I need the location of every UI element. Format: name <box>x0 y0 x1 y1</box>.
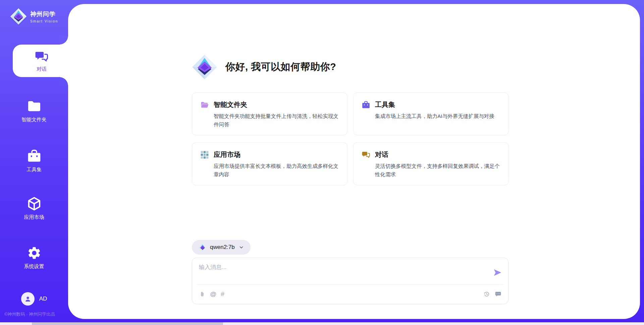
cube-icon <box>27 196 42 211</box>
folder-open-icon <box>200 101 209 109</box>
model-selector[interactable]: qwen2:7b <box>192 240 251 255</box>
chat-bubbles-icon <box>35 50 49 64</box>
mention-icon[interactable]: @ <box>210 291 216 298</box>
card-header: 应用市场 <box>200 150 339 159</box>
brand-subtitle: Smart Vision <box>30 19 58 23</box>
message-input[interactable] <box>199 263 493 281</box>
card-description: 应用市场提供丰富长文本模板，助力高效生成多样化文章内容 <box>214 162 339 179</box>
greeting-heading: 你好, 我可以如何帮助你? <box>225 60 336 74</box>
message-composer: @ # <box>192 258 508 304</box>
history-icon[interactable] <box>483 291 490 298</box>
sidebar-item-smart-folder[interactable]: 智能文件夹 <box>0 99 68 123</box>
card-description: 智能文件夹功能支持批量文件上传与清洗，轻松实现文件问答 <box>214 112 339 129</box>
card-header: 智能文件夹 <box>200 100 339 109</box>
diamond-logo-icon <box>199 243 207 251</box>
brand: 神州问学 Smart Vision <box>10 8 58 25</box>
brand-text: 神州问学 Smart Vision <box>30 10 58 23</box>
sidebar-item-label: 应用市场 <box>24 214 44 220</box>
toolbox-icon <box>27 149 42 164</box>
input-row <box>192 258 508 284</box>
grid-cube-icon <box>200 150 209 159</box>
card-toolset[interactable]: 工具集 集成市场上主流工具，助力AI与外界无缝扩展与对接 <box>353 92 509 135</box>
chevron-down-icon <box>239 245 244 250</box>
sidebar-item-label: 对话 <box>37 66 47 72</box>
card-title: 工具集 <box>375 100 395 109</box>
gear-icon <box>27 246 42 260</box>
card-header: 对话 <box>362 150 500 159</box>
copyright-text: ©神州数码 · 神州问学出品 <box>4 311 55 317</box>
app-root: 你好, 我可以如何帮助你? 智能文件夹 智能文件夹功能支持批量文件上传与清洗，轻… <box>0 0 644 325</box>
sidebar-item-settings[interactable]: 系统设置 <box>0 246 68 270</box>
card-description: 灵活切换多模型文件，支持多样回复效果调试，满足个性化需求 <box>375 162 500 179</box>
card-description: 集成市场上主流工具，助力AI与外界无缝扩展与对接 <box>375 112 500 120</box>
card-smart-folder[interactable]: 智能文件夹 智能文件夹功能支持批量文件上传与清洗，轻松实现文件问答 <box>192 92 347 135</box>
sidebar-item-toolset[interactable]: 工具集 <box>0 149 68 173</box>
toolbox-icon <box>362 101 370 109</box>
horizontal-scrollbar <box>0 322 644 325</box>
card-title: 对话 <box>375 150 388 159</box>
model-name: qwen2:7b <box>210 244 235 251</box>
tab-fillet-bottom <box>59 77 68 86</box>
card-app-market[interactable]: 应用市场 应用市场提供丰富长文本模板，助力高效生成多样化文章内容 <box>192 142 347 185</box>
comment-icon[interactable] <box>495 291 501 298</box>
card-title: 智能文件夹 <box>214 100 247 109</box>
card-header: 工具集 <box>362 100 500 109</box>
user-initials: AD <box>39 296 47 302</box>
feature-cards: 智能文件夹 智能文件夹功能支持批量文件上传与清洗，轻松实现文件问答 工具集 集成… <box>192 92 509 185</box>
sidebar-item-chat[interactable]: 对话 <box>13 45 70 77</box>
attachment-icon[interactable] <box>199 291 206 298</box>
diamond-logo-icon <box>192 54 217 80</box>
send-icon[interactable] <box>493 268 502 277</box>
card-chat[interactable]: 对话 灵活切换多模型文件，支持多样回复效果调试，满足个性化需求 <box>353 142 509 185</box>
brand-name: 神州问学 <box>30 10 58 18</box>
sidebar-item-label: 工具集 <box>26 167 42 173</box>
sidebar: 神州问学 Smart Vision 对话 智能文件夹 工具集 应用市场 系统设置 <box>0 0 68 325</box>
sidebar-item-label: 系统设置 <box>24 263 44 270</box>
main-panel: 你好, 我可以如何帮助你? 智能文件夹 智能文件夹功能支持批量文件上传与清洗，轻… <box>68 4 640 319</box>
card-title: 应用市场 <box>214 150 240 159</box>
folder-icon <box>27 99 42 114</box>
avatar <box>21 292 35 306</box>
chat-bubbles-icon <box>362 150 370 159</box>
diamond-logo-icon <box>10 8 27 25</box>
scrollbar-thumb[interactable] <box>32 322 223 325</box>
hashtag-icon[interactable]: # <box>221 291 224 298</box>
user-profile[interactable]: AD <box>0 292 68 306</box>
sidebar-item-app-market[interactable]: 应用市场 <box>0 196 68 220</box>
composer-toolbar: @ # <box>192 284 508 304</box>
person-icon <box>24 295 32 303</box>
tab-fillet-top <box>59 36 68 45</box>
sidebar-item-label: 智能文件夹 <box>21 117 47 123</box>
hero: 你好, 我可以如何帮助你? <box>192 54 336 80</box>
